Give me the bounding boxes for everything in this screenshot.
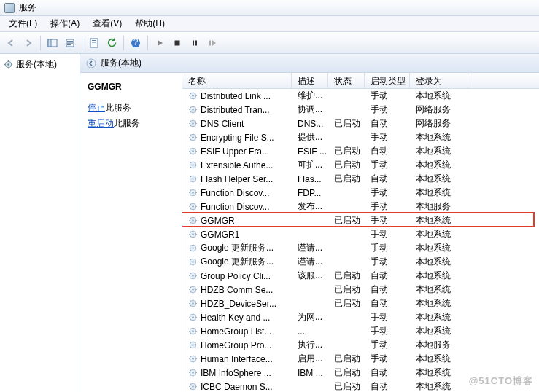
service-row[interactable]: ICBC Daemon S...已启动自动本地系统 bbox=[182, 380, 539, 392]
menu-file[interactable]: 文件(F) bbox=[3, 16, 43, 31]
service-logon: 本地系统 bbox=[410, 131, 468, 144]
service-icon bbox=[188, 313, 198, 322]
service-desc: 维护... bbox=[292, 90, 328, 102]
service-icon bbox=[188, 202, 198, 211]
svg-line-239 bbox=[190, 384, 191, 385]
svg-line-130 bbox=[195, 236, 195, 237]
service-startup: 手动 bbox=[365, 228, 410, 240]
col-startup[interactable]: 启动类型 bbox=[365, 73, 410, 88]
service-row[interactable]: Function Discov...发布...手动本地服务 bbox=[182, 200, 539, 213]
menu-help[interactable]: 帮助(H) bbox=[129, 16, 171, 31]
svg-line-129 bbox=[190, 232, 191, 232]
service-desc: ... bbox=[292, 326, 328, 337]
menu-view[interactable]: 查看(V) bbox=[87, 16, 128, 31]
col-name[interactable]: 名称 bbox=[182, 73, 292, 88]
service-icon bbox=[188, 230, 198, 239]
service-name: Human Interface... bbox=[201, 354, 273, 364]
forward-button[interactable] bbox=[20, 35, 36, 51]
service-row[interactable]: Google 更新服务...谨请...手动本地系统 bbox=[182, 241, 539, 255]
service-logon: 网络服务 bbox=[410, 103, 468, 116]
service-startup: 手动 bbox=[365, 325, 410, 337]
svg-line-81 bbox=[195, 162, 195, 163]
service-name: IBM InfoSphere ... bbox=[201, 368, 271, 378]
svg-line-80 bbox=[195, 167, 195, 168]
menu-action[interactable]: 操作(A) bbox=[44, 16, 85, 31]
toolbar-sep bbox=[147, 36, 148, 50]
service-row[interactable]: Group Policy Cli...该服...已启动自动本地系统 bbox=[182, 269, 539, 283]
svg-line-142 bbox=[190, 250, 191, 251]
pause-service-button[interactable] bbox=[187, 35, 203, 51]
service-row[interactable]: GGMGR1手动本地系统 bbox=[182, 227, 539, 241]
svg-line-39 bbox=[190, 107, 191, 108]
service-name: Extensible Authe... bbox=[201, 160, 273, 170]
service-status: 已启动 bbox=[328, 173, 365, 185]
service-logon: 本地系统 bbox=[410, 228, 468, 240]
service-row[interactable]: GGMGR已启动手动本地系统 bbox=[182, 213, 539, 227]
service-row[interactable]: HomeGroup List......手动本地系统 bbox=[182, 324, 539, 338]
service-logon: 本地系统 bbox=[410, 242, 468, 254]
service-status: 已启动 bbox=[328, 283, 365, 296]
stop-link[interactable]: 停止 bbox=[88, 103, 105, 113]
service-row[interactable]: Distributed Tran...协调...手动网络服务 bbox=[182, 103, 539, 117]
service-name: GGMGR1 bbox=[201, 230, 239, 240]
service-logon: 本地系统 bbox=[410, 145, 468, 157]
service-row[interactable]: HDZB Comm Se...已启动自动本地系统 bbox=[182, 283, 539, 297]
svg-line-152 bbox=[190, 264, 191, 264]
service-desc: IBM ... bbox=[292, 368, 328, 378]
svg-line-52 bbox=[190, 125, 191, 126]
svg-rect-1 bbox=[48, 39, 51, 47]
service-row[interactable]: HDZB_DeviceSer...已启动自动本地系统 bbox=[182, 297, 539, 310]
service-name: Distributed Link ... bbox=[201, 91, 271, 101]
svg-line-102 bbox=[190, 195, 191, 195]
service-status: 已启动 bbox=[328, 214, 365, 227]
svg-line-61 bbox=[195, 135, 195, 136]
service-desc: 谨请... bbox=[292, 242, 328, 254]
help-button[interactable]: ? bbox=[128, 35, 144, 51]
stop-service-button[interactable] bbox=[169, 35, 185, 51]
show-hide-tree-button[interactable] bbox=[44, 35, 61, 51]
svg-line-199 bbox=[190, 329, 191, 329]
svg-line-222 bbox=[190, 361, 191, 361]
restart-link[interactable]: 重启动 bbox=[88, 118, 114, 128]
service-list: 名称 描述 状态 启动类型 登录为 Distributed Link ...维护… bbox=[182, 73, 539, 392]
service-row[interactable]: ESIF Upper Fra...ESIF ...已启动自动本地系统 bbox=[182, 144, 539, 158]
col-status[interactable]: 状态 bbox=[328, 73, 365, 88]
service-row[interactable]: Google 更新服务...谨请...手动本地系统 bbox=[182, 255, 539, 269]
service-icon bbox=[188, 174, 198, 184]
restart-suffix: 此服务 bbox=[114, 118, 140, 128]
export-button[interactable] bbox=[62, 35, 78, 51]
service-name: HomeGroup Pro... bbox=[201, 340, 271, 350]
service-icon bbox=[188, 243, 198, 253]
service-startup: 手动 bbox=[365, 159, 410, 171]
restart-service-button[interactable] bbox=[204, 35, 220, 51]
service-row[interactable]: Distributed Link ...维护...手动本地系统 bbox=[182, 89, 539, 103]
service-row[interactable]: HomeGroup Pro...执行...手动本地服务 bbox=[182, 338, 539, 352]
back-button[interactable] bbox=[3, 35, 19, 51]
service-row[interactable]: Extensible Authe...可扩...已启动手动本地系统 bbox=[182, 158, 539, 172]
start-service-button[interactable] bbox=[152, 35, 168, 51]
service-row[interactable]: Flash Helper Ser...Flas...已启动自动本地系统 bbox=[182, 172, 539, 186]
stop-suffix: 此服务 bbox=[105, 103, 131, 113]
service-row[interactable]: DNS ClientDNS...已启动自动网络服务 bbox=[182, 117, 539, 130]
pane-header: 服务(本地) bbox=[80, 54, 539, 73]
svg-rect-3 bbox=[67, 41, 73, 42]
service-row[interactable]: Health Key and ...为网...手动本地系统 bbox=[182, 310, 539, 324]
col-desc[interactable]: 描述 bbox=[292, 73, 328, 88]
service-row[interactable]: Encrypting File S...提供...手动本地系统 bbox=[182, 130, 539, 144]
svg-line-151 bbox=[195, 259, 195, 260]
title-bar: 服务 bbox=[0, 0, 539, 16]
back-nav-icon[interactable] bbox=[86, 58, 96, 68]
column-headers: 名称 描述 状态 启动类型 登录为 bbox=[182, 73, 539, 89]
tree-item-label: 服务(本地) bbox=[16, 58, 57, 71]
col-logon[interactable]: 登录为 bbox=[410, 73, 468, 88]
refresh-button[interactable] bbox=[104, 35, 120, 51]
service-desc: 可扩... bbox=[292, 159, 328, 171]
properties-button[interactable] bbox=[86, 35, 102, 51]
svg-rect-12 bbox=[175, 40, 180, 45]
service-row[interactable]: Human Interface...启用...已启动手动本地系统 bbox=[182, 352, 539, 366]
tree-item-services-local[interactable]: 服务(本地) bbox=[1, 57, 78, 72]
svg-line-82 bbox=[190, 167, 191, 168]
service-desc: 提供... bbox=[292, 131, 328, 144]
service-row[interactable]: Function Discov...FDP...手动本地系统 bbox=[182, 186, 539, 200]
service-row[interactable]: IBM InfoSphere ...IBM ...已启动自动本地系统 bbox=[182, 366, 539, 380]
